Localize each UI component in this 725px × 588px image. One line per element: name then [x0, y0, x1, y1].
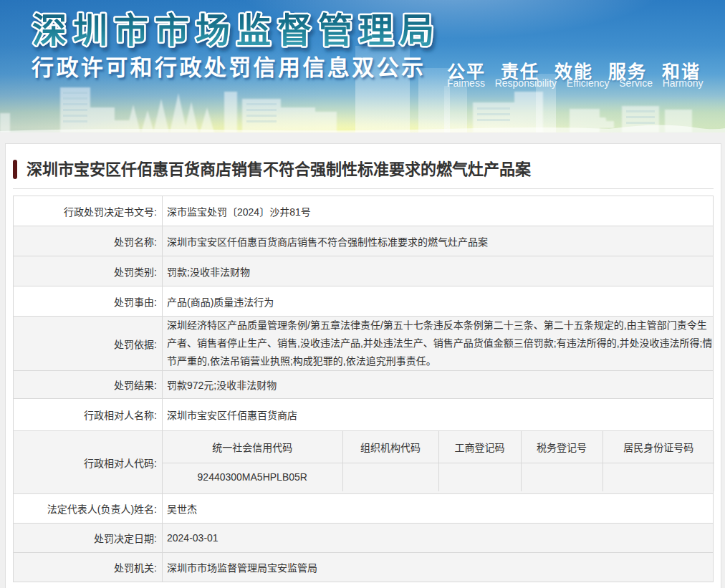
svg-text:深圳市市场监督管理局: 深圳市市场监督管理局: [32, 11, 441, 49]
